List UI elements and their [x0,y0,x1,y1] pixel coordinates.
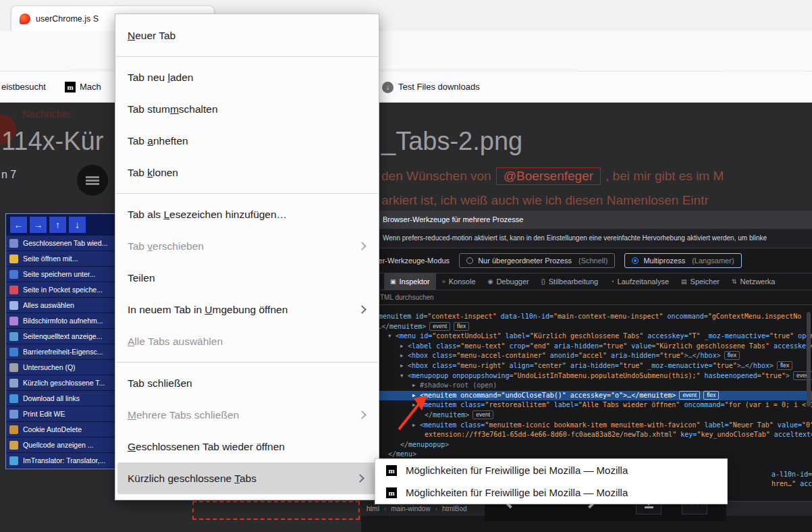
markup-line[interactable]: ▶<label class="menu-text" crop="end" ari… [361,342,812,352]
markup-line[interactable]: ▼<menupopup onpopupshowing="UndoListInTa… [361,371,812,381]
bookmark-item[interactable]: Mach [80,72,101,103]
bookmark-item[interactable]: eistbesucht [1,72,46,103]
breadcrumb-item[interactable]: html [367,505,379,512]
post-text: den Wünschen von [381,169,491,183]
menu-item-icon [9,425,18,434]
screenshot-item-label: Bildschirmfoto aufnehm... [23,317,103,325]
menu-item-label: Tab stummschalten [128,103,218,115]
devtools-mode-row: owser-Werkzeuge-Modus Nur übergeordneter… [361,248,812,273]
submenu-chevron-icon [356,474,364,483]
mozilla-favicon: m [386,465,397,476]
markup-line[interactable]: ▼<menu id="contextUndoList" label="Kürzl… [361,331,812,342]
menu-item-tab-neu-laden[interactable]: Tab neu laden [115,61,379,93]
submenu-chevron-icon [358,242,367,250]
page-title-left: 114x-Kür [1,127,103,156]
menu-item-icon [9,456,18,465]
screenshot-item-label: Barrierefreiheit-Eigensc... [23,348,103,356]
submenu-chevron-icon [358,305,367,314]
scrollbar[interactable] [807,312,811,406]
devtools-tab-netzwerka[interactable]: ⇅Netzwerka [726,273,782,290]
annotation-arrow [394,394,429,432]
recently-closed-submenu: mMöglichkeiten für Freiwillige bei Mozil… [375,458,728,504]
menu-item-icon [9,317,18,325]
markup-line[interactable]: </menupopup> [361,440,812,450]
mode-option-nur-übergeordneter-prozess[interactable]: Nur übergeordneter Prozess (Schnell) [459,253,615,268]
markup-line[interactable]: <menuitem id="context-inspect" data-l10n… [361,312,812,322]
markup-line[interactable]: ▶<hbox class="menu-accel-container" anon… [361,351,812,361]
screenshot-item-label: Quellcode anzeigen ... [23,441,94,449]
menu-item-label: Tab neu laden [128,72,193,84]
menu-item-tab-als-lesezeichen-hinzufügen[interactable]: Tab als Lesezeichen hinzufügen… [115,198,379,230]
breadcrumb-item[interactable]: main-window [391,505,430,512]
markup-badge: flex [703,391,719,400]
crumb-separator: › [435,505,437,512]
bookmark-item[interactable]: Test Files downloads [398,72,480,103]
submenu-item-label: Möglichkeiten für Freiwillige bei Mozill… [406,487,628,498]
menu-item-icon [9,441,18,450]
menu-item-tab-stummschalten[interactable]: Tab stummschalten [115,93,379,125]
option-label: Nur übergeordneter Prozess [478,257,572,265]
screenshot-item-label: Seite speichern unter... [23,270,95,278]
devtools-tab-laufzeitanalyse[interactable]: ◔Laufzeitanalyse [604,273,675,290]
menu-item-tab-anheften[interactable]: Tab anheften [115,125,379,157]
menu-item-tab-schließen[interactable]: Tab schließen [115,367,379,399]
expand-arrow-icon: ▼ [388,331,396,342]
annotation-dashed-rect [192,501,360,520]
menu-item-mehrere-tabs-schließen[interactable]: Mehrere Tabs schließen [115,399,379,431]
submenu-chevron-icon [358,410,367,419]
markup-line[interactable]: </menuitem>event [361,410,812,421]
markup-line[interactable]: …</menuitem>eventflex [361,322,812,332]
devtools-notice: Wenn prefers-reduced-motion aktiviert is… [361,228,812,248]
menu-item-label: Mehrere Tabs schließen [128,409,239,421]
devtools-tab-debugger[interactable]: ◉Debugger [482,273,535,290]
markup-line[interactable]: extension://ff3e76d1-65dd-4e66-8d60-fc0a… [361,430,812,440]
devtools-tab-stilbearbeitung[interactable]: {}Stilbearbeitung [535,273,604,290]
menu-item-in-neuem-tab-in-umgebung-öffnen[interactable]: In neuem Tab in Umgebung öffnen [115,294,379,325]
firefox-window: userChrome.js S → ↻ nema/112673-userchro… [0,0,812,532]
submenu-item-möglichkeiten-für-freiwillige-bei-mozilla-mozilla[interactable]: mMöglichkeiten für Freiwillige bei Mozil… [375,481,727,504]
markup-line[interactable]: ▶<menuitem class="restoreallitem" label=… [361,400,812,410]
stilbearbeitung-icon: {} [541,278,545,285]
menu-item-geschlossenen-tab-wieder-öffnen[interactable]: Geschlossenen Tab wieder öffnen [115,431,379,462]
breadcrumb-item[interactable]: htmlBod [442,505,467,512]
menu-item-alle-tabs-auswählen[interactable]: Alle Tabs auswählen [115,325,379,357]
markup-line[interactable]: ▶<menuitem class="menuitem-iconic bookma… [361,421,812,431]
submenu-item-möglichkeiten-für-freiwillige-bei-mozilla-mozilla[interactable]: mMöglichkeiten für Freiwillige bei Mozil… [375,459,727,481]
hamburger-menu-icon[interactable] [77,165,108,196]
markup-badge: event [429,322,450,331]
screenshot-item-label: ImTranslator: Translator,... [23,456,105,464]
forward-arrow-icon: → [30,217,47,233]
devtools-tab-speicher[interactable]: ▤Speicher [675,273,726,290]
screenshot-item-label: Kürzlich geschlossene T... [23,379,105,387]
devtools-tab-konsole[interactable]: »Konsole [436,273,482,290]
netzwerka-icon: ⇅ [732,278,737,285]
screenshot-item-label: Untersuchen (Q) [23,363,76,371]
markup-badge: event [679,391,700,400]
menu-item-label: Tab verschieben [128,240,204,252]
menu-item-label: Teilen [128,272,155,284]
tab-label: Debugger [496,277,529,286]
markup-line[interactable]: ▶<hbox class="menu-right" align="center"… [361,361,812,371]
tab-label: Inspektor [400,277,430,286]
mozilla-favicon: m [386,487,397,498]
page-title-right: _Tabs-2.png [381,127,522,156]
menu-item-label: Geschlossenen Tab wieder öffnen [128,441,285,453]
menu-item-tab-verschieben[interactable]: Tab verschieben [115,230,379,262]
mode-option-multiprozess[interactable]: Multiprozess (Langsamer) [624,253,741,268]
devtools-tab-inspektor[interactable]: ▣Inspektor [384,273,436,290]
markup-line[interactable]: ▶#shadow-root (open) [361,381,812,391]
menu-item-neuer-tab[interactable]: Neuer Tab [115,20,379,51]
menu-item-teilen[interactable]: Teilen [115,262,379,294]
scroll-top-icon: ↑ [49,217,66,233]
expand-arrow-icon: ▶ [400,361,408,371]
screenshot-item-label: Seite in Pocket speiche... [23,286,103,294]
markup-search-input[interactable]: TML durchsuchen [361,290,812,305]
markup-line[interactable]: ▶<menuitem oncommand="undoCloseTab()" ac… [361,391,812,401]
user-mention[interactable]: @Boersenfeger [496,167,601,185]
tab-label: Speicher [691,277,720,286]
menu-item-icon [9,379,18,388]
markup-badge: flex [777,361,792,370]
menu-item-kürzlich-geschlossene-tabs[interactable]: Kürzlich geschlossene Tabs [117,462,377,494]
menu-item-tab-klonen[interactable]: Tab klonen [115,157,379,188]
mozilla-favicon: m [65,82,76,92]
